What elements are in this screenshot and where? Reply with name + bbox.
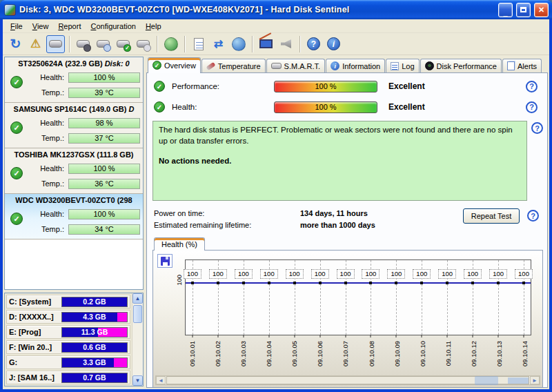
data-point-marker (191, 282, 194, 284)
scroll-left-icon[interactable]: ◄ (156, 376, 166, 384)
help-icon[interactable]: ? (304, 35, 323, 53)
disk-health-label: Health: (28, 73, 64, 81)
data-point-marker (217, 282, 219, 284)
disk-schedule-icon[interactable] (94, 35, 112, 53)
disk-overview-icon[interactable] (46, 35, 65, 53)
disk-health-label: Health: (28, 164, 64, 173)
disk-health-bar: 98 % (68, 118, 140, 128)
y-axis-tick-label: 100 (175, 275, 183, 286)
sound-icon[interactable] (277, 35, 295, 53)
maximize-button[interactable] (516, 3, 531, 17)
close-button[interactable]: ✕ (534, 3, 549, 17)
partition-list: C: [System]0.2 GBD: [XXXXX..]4.3 GBE: [P… (5, 293, 132, 386)
tab-information[interactable]: iInformation (326, 59, 385, 72)
disk-temp-bar: 39 °C (68, 88, 140, 98)
disk-health-icon[interactable]: ✓ (114, 35, 132, 53)
toolbar-separator (252, 36, 253, 52)
window-title: Disk: 3, WDC WD3200BEVT-00ZCT0 [WD-WXE40… (19, 5, 495, 14)
partition-label: C: [System] (9, 297, 61, 306)
sidebar: ST3250624A (232.9 GB) Disk: 0✓Health:100… (4, 57, 144, 388)
data-point-marker (420, 282, 423, 284)
performance-help-icon[interactable]: ? (526, 81, 538, 92)
tab-s-m-a-r-t-[interactable]: S.M.A.R.T. (266, 59, 326, 72)
menu-help[interactable]: Help (141, 21, 166, 32)
x-axis-tick (371, 335, 371, 337)
disk-item-2[interactable]: SAMSUNG SP1614C (149.0 GB) D✓Health:98 %… (5, 103, 143, 148)
ok-check-icon: ✓ (154, 81, 165, 92)
status-section: The hard disk status is PERFECT. Problem… (152, 121, 543, 201)
partition-row-J[interactable]: J: [SAM 16..]0.7 GB (6, 371, 130, 384)
scroll-up-icon[interactable]: ▲ (132, 293, 143, 304)
scroll-thumb[interactable] (133, 305, 142, 323)
partition-size-value: 11.3 GB (81, 328, 108, 336)
partition-row-C[interactable]: C: [System]0.2 GB (6, 295, 130, 308)
partition-label: J: [SAM 16..] (9, 373, 61, 382)
menu-file[interactable]: File (6, 21, 28, 32)
health-row: ✓ Health: 100 % Excellent ? (154, 99, 542, 115)
tab-temperature[interactable]: Temperature (201, 59, 266, 72)
info-icon[interactable]: i (324, 35, 343, 53)
x-axis-labels: 09.10.0109.10.0209.10.0309.10.0409.10.05… (185, 340, 531, 380)
data-point-label: 100 (311, 269, 329, 279)
alerts-icon (507, 61, 515, 70)
toolbar: ↻⚠✓⇄?i (3, 33, 549, 55)
configuration-icon[interactable] (257, 35, 275, 53)
x-axis-date-label: 09.10.09 (393, 341, 400, 378)
watermark (475, 376, 498, 385)
save-chart-button[interactable] (157, 254, 172, 268)
partition-usage-bar: 4.3 GB (61, 312, 128, 322)
partition-row-E[interactable]: E: [Prog]11.3 GB (6, 325, 130, 339)
menu-configuration[interactable]: Configuration (86, 21, 140, 32)
menu-report[interactable]: Report (53, 21, 86, 32)
disk-performance-icon[interactable] (74, 35, 92, 53)
partition-row-D[interactable]: D: [XXXXX..]4.3 GB (6, 310, 130, 324)
tab-alerts[interactable]: Alerts (502, 59, 542, 72)
network-icon[interactable] (229, 35, 248, 53)
title-bar[interactable]: Disk: 3, WDC WD3200BEVT-00ZCT0 [WD-WXE40… (0, 0, 552, 19)
status-help-icon[interactable]: ? (531, 122, 543, 134)
ok-check-icon: ✓ (154, 101, 165, 112)
chart-plot-area: 100 100100100100100100100100100100100100… (185, 259, 531, 335)
disk-temp-label: Temp.: (28, 134, 64, 142)
power-help-icon[interactable]: ? (527, 210, 539, 222)
power-section: Power on time: 134 days, 11 hours Estima… (154, 207, 542, 232)
health-help-icon[interactable]: ? (526, 101, 538, 113)
report-document-icon[interactable] (189, 35, 208, 53)
minimize-button[interactable]: _ (498, 3, 513, 17)
performance-value: 100 % (315, 82, 336, 90)
tab-overview[interactable]: ✓Overview (148, 57, 201, 73)
data-point-marker (395, 282, 397, 284)
tab-disk-performance[interactable]: Disk Performance (420, 59, 502, 72)
refresh-icon[interactable]: ↻ (6, 35, 25, 53)
x-axis-date-label: 09.10.10 (418, 341, 426, 378)
disk-item-3[interactable]: TOSHIBA MK1237GSX (111.8 GB) ✓Health:100… (5, 148, 143, 194)
report-globe-icon[interactable] (161, 35, 180, 53)
scroll-right-icon[interactable]: ► (530, 376, 540, 384)
data-point-label: 100 (260, 269, 278, 279)
menu-view[interactable]: View (28, 21, 54, 32)
repeat-test-button[interactable]: Repeat Test (463, 208, 520, 224)
scroll-down-icon[interactable]: ▼ (132, 375, 143, 386)
partition-row-G[interactable]: G:3.3 GB (6, 355, 130, 369)
disk-item-4[interactable]: WDC WD3200BEVT-00ZCT0 (298 ✓Health:100 %… (5, 194, 143, 239)
tab-log[interactable]: Log (386, 59, 419, 72)
x-axis-tick (268, 335, 269, 337)
alert-icon[interactable]: ⚠ (26, 35, 45, 53)
hard-disk-sentinel-window: Disk: 3, WDC WD3200BEVT-00ZCT0 [WD-WXE40… (0, 0, 552, 392)
disk-temp-bar: 34 °C (68, 224, 140, 235)
data-point-label: 100 (413, 269, 431, 279)
data-point-marker (344, 282, 347, 284)
check-icon: ✓ (152, 61, 161, 70)
data-point-marker (242, 282, 245, 284)
partition-row-F[interactable]: F: [Win 20..]0.6 GB (6, 340, 130, 354)
partition-scrollbar[interactable]: ▲ ▼ (132, 293, 143, 386)
disk-item-1[interactable]: ST3250624A (232.9 GB) Disk: 0✓Health:100… (5, 57, 143, 103)
disk-search-icon[interactable] (134, 35, 152, 53)
partition-size-value: 0.2 GB (83, 297, 106, 306)
partition-magenta-segment (114, 358, 127, 367)
x-axis-tick (193, 335, 193, 337)
disk-temp-row: Temp.:36 °C (5, 176, 143, 191)
sync-icon[interactable]: ⇄ (209, 35, 228, 53)
tab-health-chart[interactable]: Health (%) (154, 237, 205, 251)
toolbar-separator (69, 36, 70, 52)
